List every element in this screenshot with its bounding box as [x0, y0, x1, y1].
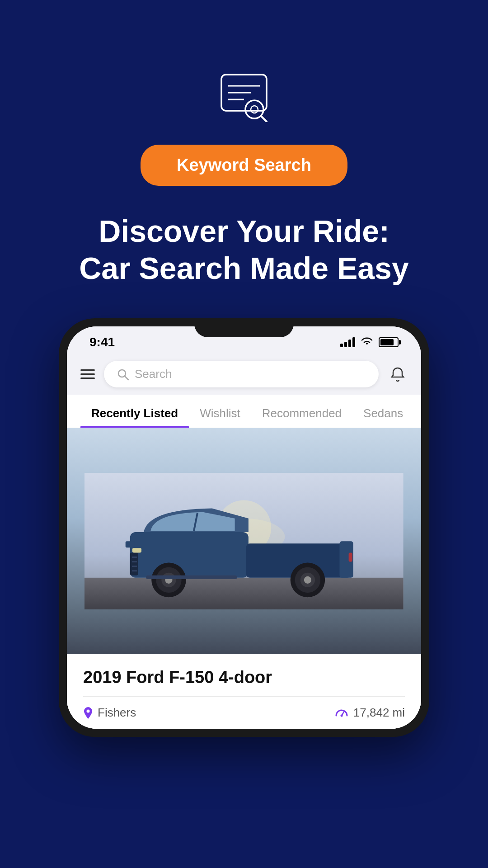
svg-rect-13: [130, 532, 249, 578]
top-section: Keyword Search Discover Your Ride: Car S…: [0, 0, 488, 318]
svg-point-6: [251, 106, 258, 113]
svg-rect-33: [126, 541, 135, 547]
search-icon: [117, 368, 129, 381]
phone-screen: 9:41: [67, 326, 421, 729]
signal-icon: [340, 337, 355, 347]
svg-point-31: [304, 576, 311, 584]
svg-rect-32: [146, 576, 237, 579]
phone-notch: [194, 318, 294, 337]
car-meta: Fishers 17,842 mi: [83, 706, 405, 720]
car-title: 2019 Ford F-150 4-door: [83, 668, 405, 687]
svg-point-36: [340, 714, 343, 717]
svg-line-5: [261, 116, 267, 122]
tab-sedans[interactable]: Sedans: [352, 399, 414, 428]
search-bar[interactable]: Search: [104, 361, 379, 387]
speedometer-icon: [334, 707, 349, 719]
tab-recommended[interactable]: Recommended: [251, 399, 352, 428]
battery-icon: [379, 337, 399, 347]
car-location: Fishers: [83, 706, 136, 720]
svg-rect-17: [130, 552, 138, 575]
divider: [83, 696, 405, 697]
location-pin-icon: [83, 707, 93, 719]
svg-rect-22: [132, 548, 141, 552]
phone-mockup: 9:41: [59, 318, 429, 737]
search-placeholder: Search: [135, 367, 172, 381]
hero-headline: Discover Your Ride: Car Search Made Easy: [52, 213, 436, 287]
svg-line-8: [125, 376, 128, 380]
car-mileage: 17,842 mi: [334, 706, 405, 720]
svg-point-35: [87, 709, 90, 712]
listing-card[interactable]: 2019 Ford F-150 4-door Fishers: [67, 428, 421, 729]
keyword-search-button[interactable]: Keyword Search: [141, 145, 347, 186]
svg-rect-34: [349, 552, 352, 561]
tab-wishlist[interactable]: Wishlist: [189, 399, 251, 428]
car-details: 2019 Ford F-150 4-door Fishers: [67, 654, 421, 729]
phone-frame: 9:41: [59, 318, 429, 737]
menu-icon[interactable]: [80, 369, 95, 379]
tab-recently-listed[interactable]: Recently Listed: [80, 399, 189, 428]
svg-rect-10: [84, 578, 404, 610]
app-icon: [219, 72, 269, 122]
car-illustration: [84, 473, 404, 609]
wifi-icon: [361, 336, 373, 349]
status-time: 9:41: [89, 335, 115, 349]
tabs-container: Recently Listed Wishlist Recommended Sed…: [67, 395, 421, 428]
status-icons: [340, 336, 399, 349]
car-image: [67, 428, 421, 654]
search-area: Search: [67, 354, 421, 395]
notification-bell-icon[interactable]: [388, 364, 408, 384]
